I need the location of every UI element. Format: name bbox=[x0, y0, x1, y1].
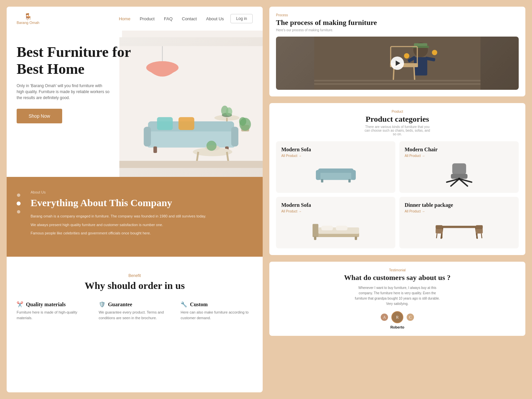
avatar-1: A bbox=[380, 313, 389, 322]
benefit-quality-title: ✂️ Quality materials bbox=[17, 301, 89, 308]
dot-1[interactable] bbox=[17, 194, 20, 197]
product-card-bed[interactable]: Modern Sofa All Product → bbox=[276, 197, 395, 248]
product-table-link[interactable]: All Product → bbox=[405, 209, 513, 213]
svg-rect-38 bbox=[314, 83, 480, 85]
svg-rect-46 bbox=[348, 179, 350, 183]
svg-line-71 bbox=[481, 233, 482, 238]
product-chair-image bbox=[405, 161, 513, 188]
nav-home[interactable]: Home bbox=[119, 16, 130, 21]
left-panel: 🪑 Barang Omah Home Product FAQ Contact A… bbox=[7, 7, 263, 392]
product-card-sofa[interactable]: Modern Sofa All Product → bbox=[276, 141, 395, 193]
product-bed-image bbox=[281, 216, 390, 243]
svg-rect-60 bbox=[354, 236, 357, 240]
svg-rect-24 bbox=[119, 161, 263, 168]
svg-rect-68 bbox=[476, 228, 483, 233]
login-button[interactable]: Log in bbox=[230, 14, 253, 23]
svg-line-66 bbox=[436, 233, 437, 238]
categories-label: Product bbox=[276, 110, 519, 113]
testimonial-avatars: A R C bbox=[276, 311, 519, 323]
product-table-title: Dinner table package bbox=[405, 202, 513, 208]
hero-title: Best Furniture for Best Home bbox=[17, 44, 143, 77]
dot-3[interactable] bbox=[17, 210, 20, 213]
testimonial-section: Testimonial What do customers say about … bbox=[269, 262, 525, 336]
nav-contact[interactable]: Contact bbox=[182, 16, 197, 21]
about-title: Everything About This Company bbox=[31, 197, 253, 209]
product-sofa-title: Modern Sofa bbox=[281, 147, 390, 153]
hero-content: Best Furniture for Best Home Only in 'Ba… bbox=[17, 44, 143, 123]
navbar: 🪑 Barang Omah Home Product FAQ Contact A… bbox=[7, 7, 263, 31]
svg-rect-47 bbox=[452, 163, 466, 174]
benefit-custom-desc: Here can also make furniture according t… bbox=[181, 310, 253, 321]
about-text-3: Famous people like celebrities and gover… bbox=[31, 230, 253, 236]
testimonial-label: Testimonial bbox=[276, 268, 519, 272]
svg-rect-61 bbox=[440, 226, 478, 228]
about-content: About Us Everything About This Company B… bbox=[31, 190, 253, 243]
brand[interactable]: 🪑 Barang Omah bbox=[17, 13, 39, 25]
svg-rect-15 bbox=[153, 147, 157, 153]
svg-point-10 bbox=[239, 117, 246, 126]
brand-icon: 🪑 bbox=[24, 13, 32, 21]
svg-point-23 bbox=[206, 141, 216, 151]
play-button[interactable] bbox=[391, 57, 404, 70]
video-label: Process bbox=[276, 13, 519, 17]
product-sofa-image bbox=[281, 161, 390, 188]
benefit-guarantee-desc: We guarantee every product. Terms and co… bbox=[99, 310, 171, 321]
about-text-2: We always present high quality furniture… bbox=[31, 222, 253, 228]
product-sofa-link[interactable]: All Product → bbox=[281, 154, 390, 158]
svg-rect-65 bbox=[436, 225, 443, 229]
svg-rect-18 bbox=[179, 117, 194, 130]
svg-point-40 bbox=[432, 50, 437, 55]
svg-rect-55 bbox=[313, 224, 319, 237]
nav-product[interactable]: Product bbox=[140, 16, 155, 21]
product-table-image bbox=[405, 216, 513, 243]
guarantee-icon: 🛡️ bbox=[99, 301, 105, 308]
product-chair-title: Modern Chair bbox=[405, 147, 513, 153]
categories-title: Product categories bbox=[276, 115, 519, 124]
testimonial-title: What do customers say about us ? bbox=[276, 273, 519, 282]
nav-links: Home Product FAQ Contact About Us bbox=[119, 16, 224, 21]
svg-line-70 bbox=[476, 233, 477, 238]
benefit-cards: ✂️ Quality materials Furniture here is m… bbox=[17, 301, 253, 321]
hero-description: Only in 'Barang Omah' will you find furn… bbox=[17, 83, 110, 101]
svg-rect-59 bbox=[314, 236, 316, 240]
benefit-card-guarantee: 🛡️ Guarantee We guarantee every product.… bbox=[99, 301, 171, 321]
bed-svg bbox=[309, 218, 362, 241]
product-bed-link[interactable]: All Product → bbox=[281, 209, 390, 213]
product-card-chair[interactable]: Modern Chair All Product → bbox=[399, 141, 519, 193]
svg-rect-43 bbox=[316, 170, 321, 180]
video-thumbnail[interactable] bbox=[276, 37, 519, 90]
product-bed-title: Modern Sofa bbox=[281, 202, 390, 208]
svg-point-7 bbox=[226, 107, 232, 116]
about-text-1: Barang omah is a company engaged in furn… bbox=[31, 213, 253, 219]
svg-rect-12 bbox=[147, 131, 235, 148]
product-grid: Modern Sofa All Product → Modern Chair bbox=[276, 141, 519, 248]
svg-point-39 bbox=[404, 53, 409, 59]
custom-icon: 🔧 bbox=[181, 301, 187, 308]
sofa-svg bbox=[311, 164, 361, 184]
categories-description: There are various kinds of furniture tha… bbox=[364, 125, 431, 136]
testimonial-text: Whenever I want to buy furniture, I alwa… bbox=[354, 285, 441, 307]
svg-rect-64 bbox=[436, 228, 443, 233]
svg-rect-45 bbox=[321, 179, 323, 183]
right-panel: Process The process of making furniture … bbox=[269, 7, 525, 392]
table-svg bbox=[433, 217, 486, 242]
benefit-custom-title: 🔧 Custom bbox=[181, 301, 253, 308]
reviewer-name: Roberto bbox=[276, 325, 519, 329]
categories-section: Product Product categories There are var… bbox=[269, 103, 525, 255]
about-label: About Us bbox=[31, 190, 253, 194]
about-section: About Us Everything About This Company B… bbox=[7, 177, 263, 257]
nav-faq[interactable]: FAQ bbox=[164, 16, 173, 21]
nav-about[interactable]: About Us bbox=[206, 16, 224, 21]
product-chair-link[interactable]: All Product → bbox=[405, 154, 513, 158]
benefit-label: Benefit bbox=[17, 273, 253, 278]
play-icon bbox=[396, 61, 400, 66]
product-card-table[interactable]: Dinner table package All Product → bbox=[399, 197, 519, 248]
dot-2[interactable] bbox=[17, 201, 21, 205]
benefit-guarantee-title: 🛡️ Guarantee bbox=[99, 301, 171, 308]
svg-rect-44 bbox=[351, 170, 356, 180]
svg-rect-37 bbox=[314, 80, 480, 81]
svg-rect-17 bbox=[157, 117, 173, 130]
shop-now-button[interactable]: Shop Now bbox=[17, 109, 62, 123]
quality-icon: ✂️ bbox=[17, 301, 23, 308]
svg-rect-69 bbox=[476, 225, 483, 229]
